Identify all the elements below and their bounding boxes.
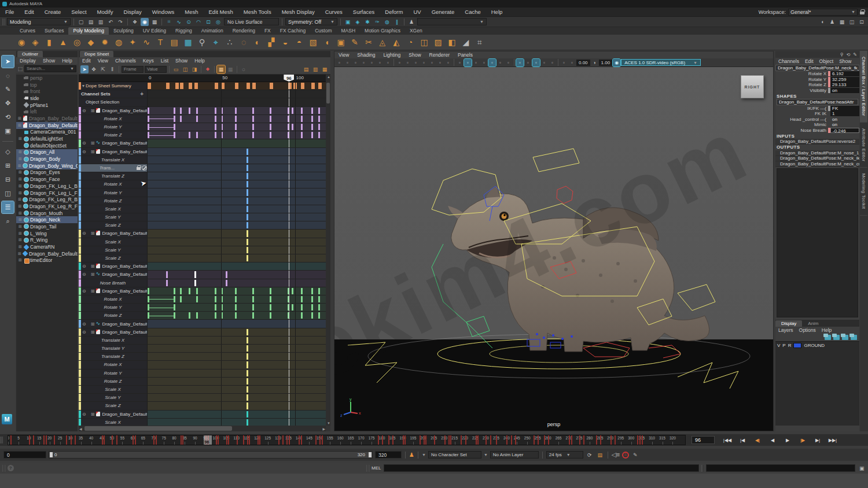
outliner-item-dragon_baby_defaultp[interactable]: ⊞Dragon_Baby_DefaultP <box>16 115 78 122</box>
dope-channel-row[interactable]: Nose Breath <box>79 279 326 287</box>
sculpt-star-icon[interactable]: ✦ <box>126 36 139 49</box>
dope-channel-row[interactable]: Scale Y <box>79 213 326 221</box>
attr-value[interactable]: on <box>830 88 859 93</box>
dope-summary-row[interactable]: ▾Dope Sheet Summary <box>79 82 326 90</box>
dope-key-lane[interactable] <box>148 156 326 164</box>
expand-icon[interactable]: ⊞ <box>91 330 95 335</box>
dope-key-lane[interactable] <box>148 172 326 180</box>
dope-section-row[interactable]: ⊖⊞Dragon_Baby_DefaultPose <box>79 148 326 156</box>
keyframe[interactable] <box>247 222 248 228</box>
outliner-item-cameracamera_001[interactable]: CameraCamera_001 <box>16 129 78 136</box>
keyframe[interactable] <box>270 312 271 319</box>
quick-select-dropdown[interactable]: ▼ <box>417 18 487 25</box>
keyframe[interactable] <box>180 296 182 302</box>
shelf-tab-motion-graphics[interactable]: Motion Graphics <box>360 27 405 35</box>
dope-channel-row[interactable]: Translate Z <box>79 172 326 180</box>
viewport-menu-shading[interactable]: Shading <box>353 52 379 58</box>
step-forward-key-button[interactable]: |▶ <box>796 436 810 445</box>
fps-dropdown[interactable]: 24 fps▼ <box>546 451 583 459</box>
outliner-item-pplane1[interactable]: pPlane1 <box>16 102 78 109</box>
horizontal-scrollbar[interactable]: ◀ ▶ <box>79 426 326 431</box>
step-back-key-button[interactable]: ◀| <box>751 436 764 445</box>
dope-key-lane[interactable] <box>148 304 326 311</box>
expand-icon[interactable]: ⊞ <box>18 224 23 229</box>
keyframe[interactable] <box>235 296 237 302</box>
keyframe[interactable] <box>166 280 168 286</box>
workspace-dropdown[interactable]: General*▼ <box>788 9 858 16</box>
keyframe[interactable] <box>196 312 198 319</box>
keyframe[interactable] <box>189 83 192 89</box>
menu-modify[interactable]: Modify <box>92 9 119 15</box>
dope-key-lane[interactable] <box>148 180 326 188</box>
isolate-select-icon[interactable]: ▫ <box>532 59 540 66</box>
keyframe[interactable] <box>247 247 248 253</box>
snap-keys-disabled-icon[interactable]: ▦ <box>226 65 234 73</box>
shelf-tab-uv-editing[interactable]: UV Editing <box>138 27 171 35</box>
keyframe[interactable] <box>301 124 303 130</box>
channel-box-empty-list[interactable] <box>777 168 858 317</box>
keyframe[interactable] <box>270 83 273 89</box>
keyframe[interactable] <box>174 288 175 294</box>
animation-start-field[interactable]: 0 <box>3 451 46 459</box>
dope-section-row[interactable]: ⊖⊞Dragon_Baby_DefaultPose <box>79 271 326 279</box>
combine-icon[interactable]: ▞ <box>265 36 278 49</box>
keyframe[interactable] <box>311 132 313 138</box>
menu-mesh-display[interactable]: Mesh Display <box>277 9 320 15</box>
keyframe[interactable] <box>318 312 320 319</box>
channel-box-menu-show[interactable]: Show <box>836 58 854 64</box>
grid-layout-icon[interactable]: ▦ <box>838 18 846 26</box>
dope-key-lane[interactable] <box>148 378 326 385</box>
outliner-item-defaultlightset[interactable]: ⊞defaultLightSet <box>16 135 78 142</box>
select-keys-icon[interactable]: ➤ <box>80 65 89 73</box>
keyframe[interactable] <box>166 83 170 89</box>
collapse-icon[interactable]: ⊖ <box>82 149 86 154</box>
extract-icon[interactable]: ◓ <box>293 36 306 49</box>
keyframe[interactable] <box>247 419 248 426</box>
timeline-playhead[interactable]: 96 <box>204 435 212 445</box>
keyframe[interactable] <box>215 124 216 130</box>
keyframe[interactable] <box>148 83 151 89</box>
dope-channel-row[interactable]: Rotate Y <box>79 188 326 197</box>
keyframe[interactable] <box>215 132 216 138</box>
dope-menu-edit[interactable]: Edit <box>79 58 94 64</box>
dope-sheet-ruler[interactable]: 05010096 <box>79 75 326 82</box>
rotate-tool[interactable]: ⟲ <box>2 111 14 123</box>
keyframe[interactable] <box>174 304 175 310</box>
channel-attr-row[interactable]: Rotate X6.192 <box>775 71 859 77</box>
keyframe[interactable] <box>166 271 168 278</box>
keyframe[interactable] <box>311 296 313 302</box>
dope-channel-row[interactable]: Scale Z <box>79 254 326 263</box>
retime-icon[interactable]: ‖ <box>108 65 116 73</box>
outliner-item-dragon_all[interactable]: ⊞Dragon_All <box>16 149 78 156</box>
layer-playback-toggle[interactable]: P <box>782 343 785 348</box>
dope-key-lane[interactable] <box>148 205 326 213</box>
exposure-icon[interactable]: ▫ <box>560 59 568 66</box>
dope-key-lane[interactable] <box>148 123 326 131</box>
outliner-item-dragon_neck[interactable]: ⊞Dragon_Neck <box>16 216 78 223</box>
keyframe[interactable] <box>235 288 237 294</box>
help-icon[interactable]: ? <box>8 465 14 471</box>
output-node[interactable]: Dragon_Baby_DefaultPose:M_neck_curve_ble… <box>775 161 859 167</box>
viewport-menu-view[interactable]: View <box>334 52 353 58</box>
keyframe[interactable] <box>301 312 303 319</box>
shelf-tab-fx-caching[interactable]: FX Caching <box>275 27 310 35</box>
shelf-tab-rigging[interactable]: Rigging <box>171 27 197 35</box>
layer-tab-anim[interactable]: Anim <box>802 320 824 327</box>
keyframe[interactable] <box>215 83 218 89</box>
set-key-icon[interactable]: ✎ <box>631 451 639 459</box>
keyframe[interactable] <box>311 83 315 89</box>
keyframe[interactable] <box>292 288 293 294</box>
dope-section-row[interactable]: ⊖⊞Dragon_Baby_DefaultPose <box>79 328 326 337</box>
go-to-start-button[interactable]: |◀◀ <box>720 436 734 445</box>
dope-section-row[interactable]: ⊖⊞Dragon_Baby_DefaultPose <box>79 263 326 271</box>
dope-section-row[interactable]: ⊖⊞Dragon_Baby_DefaultPoseM <box>79 287 326 295</box>
keyframe[interactable] <box>311 304 313 310</box>
menu-curves[interactable]: Curves <box>320 9 348 15</box>
dope-section-row[interactable]: ⊖⊞Dragon_Baby_DefaultPoseM <box>79 107 326 115</box>
shaded-icon[interactable]: ▫ <box>464 59 472 66</box>
output-node[interactable]: Dragon_Baby_DefaultPose:M_neck_ikfk_plus… <box>775 156 859 162</box>
keyframe[interactable] <box>292 124 293 130</box>
outliner-menu-display[interactable]: Display <box>16 58 39 64</box>
frame-field[interactable]: Frame <box>122 66 144 73</box>
dope-channel-row[interactable]: Rotate Z <box>79 312 326 320</box>
